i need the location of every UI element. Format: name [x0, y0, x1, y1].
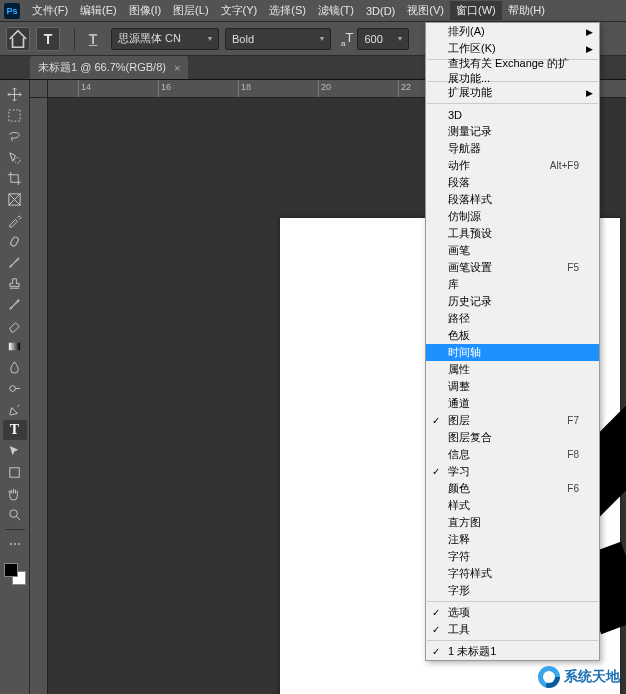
menu-timeline[interactable]: 时间轴	[426, 344, 599, 361]
ruler-tick: 18	[238, 80, 251, 97]
eraser-tool[interactable]	[3, 315, 27, 335]
submenu-arrow-icon: ▶	[586, 88, 593, 98]
menu-brush-settings[interactable]: 画笔设置F5	[426, 259, 599, 276]
font-weight-dropdown[interactable]: Bold ▾	[225, 28, 331, 50]
quick-select-tool[interactable]	[3, 147, 27, 167]
menu-options-bar[interactable]: ✓选项	[426, 604, 599, 621]
svg-rect-4	[9, 342, 20, 350]
pen-tool[interactable]	[3, 399, 27, 419]
color-swatches[interactable]	[4, 563, 26, 585]
menu-measurement[interactable]: 测量记录	[426, 123, 599, 140]
tool-preset-icon[interactable]: T	[36, 27, 60, 51]
path-select-tool[interactable]	[3, 441, 27, 461]
menu-brushes[interactable]: 画笔	[426, 242, 599, 259]
menu-history[interactable]: 历史记录	[426, 293, 599, 310]
chevron-down-icon: ▾	[208, 34, 212, 43]
menu-learn[interactable]: ✓学习	[426, 463, 599, 480]
menu-view[interactable]: 视图(V)	[401, 1, 450, 20]
foreground-color-swatch[interactable]	[4, 563, 18, 577]
shape-tool[interactable]	[3, 462, 27, 482]
menu-properties[interactable]: 属性	[426, 361, 599, 378]
menu-character[interactable]: 字符	[426, 548, 599, 565]
menubar: Ps 文件(F) 编辑(E) 图像(I) 图层(L) 文字(Y) 选择(S) 滤…	[0, 0, 626, 22]
menu-notes[interactable]: 注释	[426, 531, 599, 548]
document-tab[interactable]: 未标题1 @ 66.7%(RGB/8) ×	[30, 56, 188, 79]
check-icon: ✓	[432, 646, 440, 657]
document-tab-title: 未标题1 @ 66.7%(RGB/8)	[38, 60, 166, 75]
menu-paragraph[interactable]: 段落	[426, 174, 599, 191]
menu-separator	[427, 103, 598, 104]
menu-extensions[interactable]: 扩展功能▶	[426, 84, 599, 101]
menu-file[interactable]: 文件(F)	[26, 1, 74, 20]
menu-window[interactable]: 窗口(W)	[450, 1, 502, 20]
ruler-tick: 16	[158, 80, 171, 97]
menu-clone-source[interactable]: 仿制源	[426, 208, 599, 225]
brush-tool[interactable]	[3, 252, 27, 272]
menu-swatches[interactable]: 色板	[426, 327, 599, 344]
check-icon: ✓	[432, 466, 440, 477]
svg-point-1	[15, 157, 21, 163]
menu-info[interactable]: 信息F8	[426, 446, 599, 463]
svg-point-7	[10, 509, 18, 517]
menu-select[interactable]: 选择(S)	[263, 1, 312, 20]
menu-arrange[interactable]: 排列(A)▶	[426, 23, 599, 40]
menu-3d-panel[interactable]: 3D	[426, 106, 599, 123]
blur-tool[interactable]	[3, 357, 27, 377]
menu-character-styles[interactable]: 字符样式	[426, 565, 599, 582]
menu-separator	[427, 640, 598, 641]
eyedropper-tool[interactable]	[3, 210, 27, 230]
menu-type[interactable]: 文字(Y)	[215, 1, 264, 20]
zoom-tool[interactable]	[3, 504, 27, 524]
ruler-tick: 22	[398, 80, 411, 97]
menu-channels[interactable]: 通道	[426, 395, 599, 412]
menu-doc1[interactable]: ✓1 未标题1	[426, 643, 599, 660]
font-family-dropdown[interactable]: 思源黑体 CN ▾	[111, 28, 219, 50]
crop-tool[interactable]	[3, 168, 27, 188]
app-logo: Ps	[4, 3, 20, 19]
menu-help[interactable]: 帮助(H)	[502, 1, 551, 20]
check-icon: ✓	[432, 607, 440, 618]
toolbar: T ⋯	[0, 80, 30, 694]
menu-histogram[interactable]: 直方图	[426, 514, 599, 531]
type-tool[interactable]: T	[3, 420, 27, 440]
svg-rect-3	[10, 236, 20, 247]
healing-tool[interactable]	[3, 231, 27, 251]
edit-toolbar-icon[interactable]: ⋯	[3, 534, 27, 554]
menu-filter[interactable]: 滤镜(T)	[312, 1, 360, 20]
lasso-tool[interactable]	[3, 126, 27, 146]
menu-glyphs[interactable]: 字形	[426, 582, 599, 599]
menu-tools[interactable]: ✓工具	[426, 621, 599, 638]
stamp-tool[interactable]	[3, 273, 27, 293]
menu-layers[interactable]: ✓图层F7	[426, 412, 599, 429]
hand-tool[interactable]	[3, 483, 27, 503]
menu-exchange[interactable]: 查找有关 Exchange 的扩展功能...	[426, 62, 599, 79]
font-size-icon: aT	[341, 30, 353, 48]
menu-paragraph-styles[interactable]: 段落样式	[426, 191, 599, 208]
menu-layer-comps[interactable]: 图层复合	[426, 429, 599, 446]
menu-library[interactable]: 库	[426, 276, 599, 293]
menu-paths[interactable]: 路径	[426, 310, 599, 327]
menu-color[interactable]: 颜色F6	[426, 480, 599, 497]
menu-workspace[interactable]: 工作区(K)▶	[426, 40, 599, 57]
text-orientation-toggle[interactable]: T	[81, 27, 105, 51]
close-tab-icon[interactable]: ×	[174, 62, 180, 74]
menu-image[interactable]: 图像(I)	[123, 1, 167, 20]
menu-adjustments[interactable]: 调整	[426, 378, 599, 395]
menu-layer[interactable]: 图层(L)	[167, 1, 214, 20]
menu-navigator[interactable]: 导航器	[426, 140, 599, 157]
font-size-dropdown[interactable]: 600 ▾	[357, 28, 409, 50]
menu-edit[interactable]: 编辑(E)	[74, 1, 123, 20]
menu-actions[interactable]: 动作Alt+F9	[426, 157, 599, 174]
gradient-tool[interactable]	[3, 336, 27, 356]
move-tool[interactable]	[3, 84, 27, 104]
watermark-text: 系统天地	[564, 668, 620, 686]
dodge-tool[interactable]	[3, 378, 27, 398]
ruler-vertical	[30, 98, 48, 694]
home-icon[interactable]	[6, 27, 30, 51]
menu-tool-presets[interactable]: 工具预设	[426, 225, 599, 242]
marquee-tool[interactable]	[3, 105, 27, 125]
menu-styles[interactable]: 样式	[426, 497, 599, 514]
frame-tool[interactable]	[3, 189, 27, 209]
menu-3d[interactable]: 3D(D)	[360, 3, 401, 19]
history-brush-tool[interactable]	[3, 294, 27, 314]
